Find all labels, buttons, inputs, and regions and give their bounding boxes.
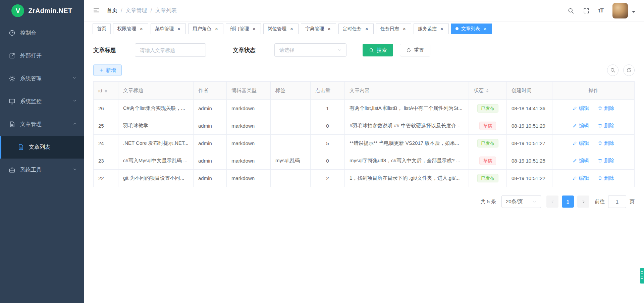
breadcrumb-article-mgmt[interactable]: 文章管理	[125, 7, 147, 14]
app-logo[interactable]: V ZrAdmin.NET	[0, 0, 84, 21]
pencil-icon	[573, 176, 577, 180]
cell-status: 草稿	[469, 117, 507, 135]
page-number-1[interactable]: 1	[562, 196, 574, 208]
sidebar-item-system-tools[interactable]: 系统工具	[0, 159, 84, 181]
sidebar-item-system-monitor[interactable]: 系统监控	[0, 90, 84, 113]
page-size-select[interactable]: 20条/页	[501, 195, 541, 208]
cell-created: 08-19 10:51:22	[507, 170, 552, 187]
col-created: 创建时间	[507, 82, 552, 100]
tab-permission-mgmt[interactable]: 权限管理 ×	[113, 24, 148, 34]
tab-dept-mgmt[interactable]: 部门管理 ×	[226, 24, 261, 34]
tab-label: 任务日志	[380, 26, 399, 32]
delete-link[interactable]: 删除	[598, 158, 614, 164]
tab-post-mgmt[interactable]: 岗位管理 ×	[263, 24, 299, 34]
sidebar-item-article-mgmt[interactable]: 文章管理	[0, 113, 84, 136]
tab-dict-mgmt[interactable]: 字典管理 ×	[301, 24, 336, 34]
delete-link[interactable]: 删除	[598, 140, 614, 146]
tab-menu-mgmt[interactable]: 菜单管理 ×	[151, 24, 186, 34]
close-icon[interactable]: ×	[327, 26, 332, 31]
edit-link[interactable]: 编辑	[573, 105, 589, 112]
tab-home[interactable]: 首页	[93, 24, 111, 34]
menu-fold-icon[interactable]	[93, 6, 100, 15]
prev-page-button[interactable]	[546, 196, 558, 208]
cell-clicks: 1	[311, 100, 345, 117]
caret-down-icon[interactable]	[632, 11, 635, 14]
cell-actions: 编辑 删除	[552, 100, 635, 117]
pagination-total: 共 5 条	[480, 199, 496, 205]
close-icon[interactable]: ×	[402, 26, 407, 31]
trash-icon	[598, 123, 602, 128]
sort-icon[interactable]	[105, 89, 107, 93]
close-icon[interactable]: ×	[214, 26, 219, 31]
navbar: 首页 / 文章管理 / 文章列表 tT	[84, 0, 644, 21]
sort-icon[interactable]	[486, 89, 489, 92]
external-link-icon	[9, 52, 15, 59]
delete-label: 删除	[604, 140, 614, 146]
edit-link[interactable]: 编辑	[573, 140, 589, 146]
close-icon[interactable]: ×	[439, 26, 444, 31]
next-page-button[interactable]	[577, 196, 589, 208]
delete-link[interactable]: 删除	[598, 105, 614, 112]
edit-link[interactable]: 编辑	[573, 175, 589, 181]
sidebar-item-label: 控制台	[20, 30, 36, 37]
fullscreen-icon[interactable]	[583, 7, 590, 14]
toggle-search-button[interactable]	[607, 64, 619, 76]
font-size-icon[interactable]: tT	[598, 7, 604, 14]
trash-icon	[598, 176, 602, 180]
article-status-select[interactable]: 请选择	[274, 43, 346, 57]
breadcrumb-separator: /	[121, 8, 122, 14]
table-tools	[607, 64, 635, 76]
article-title-input[interactable]	[135, 43, 206, 57]
goto-unit: 页	[630, 199, 635, 205]
cell-clicks: 2	[311, 170, 345, 187]
sidebar-item-dashboard[interactable]: 控制台	[0, 21, 84, 44]
delete-link[interactable]: 删除	[598, 123, 614, 129]
close-icon[interactable]: ×	[483, 26, 488, 31]
cell-created: 08-19 10:51:29	[507, 117, 552, 135]
goto-page-input[interactable]	[608, 195, 626, 208]
col-label: 状态	[474, 87, 484, 93]
edit-link[interactable]: 编辑	[573, 158, 589, 164]
close-icon[interactable]: ×	[139, 26, 144, 31]
tab-scheduled-tasks[interactable]: 定时任务 ×	[338, 24, 374, 34]
side-panel-handle[interactable]	[640, 268, 644, 284]
user-avatar[interactable]	[612, 3, 628, 18]
cell-clicks: 5	[311, 135, 345, 152]
add-button[interactable]: 新增	[93, 64, 122, 76]
delete-link[interactable]: 删除	[598, 175, 614, 181]
close-icon[interactable]: ×	[289, 26, 294, 31]
status-badge: 草稿	[479, 122, 496, 130]
breadcrumb-current: 文章列表	[155, 7, 177, 14]
pencil-icon	[573, 158, 577, 163]
app-title: ZrAdmin.NET	[28, 7, 72, 15]
col-label: id	[98, 88, 102, 93]
breadcrumb-home[interactable]: 首页	[107, 7, 117, 14]
cell-editor: markdown	[227, 170, 271, 187]
close-icon[interactable]: ×	[364, 26, 369, 31]
trash-icon	[598, 141, 602, 145]
edit-link[interactable]: 编辑	[573, 123, 589, 129]
sidebar-item-external-open[interactable]: 外部打开	[0, 44, 84, 67]
close-icon[interactable]: ×	[252, 26, 257, 31]
col-id[interactable]: id	[94, 82, 118, 100]
tab-task-logs[interactable]: 任务日志 ×	[376, 24, 411, 34]
sidebar-item-system-mgmt[interactable]: 系统管理	[0, 67, 84, 90]
close-icon[interactable]: ×	[176, 26, 181, 31]
tab-user-role[interactable]: 用户角色 ×	[188, 24, 223, 34]
search-button[interactable]: 搜索	[363, 44, 393, 56]
status-badge: 已发布	[477, 139, 498, 148]
tab-service-monitor[interactable]: 服务监控 ×	[414, 24, 449, 34]
cell-title: git 为不同的项目设置不同...	[118, 170, 194, 187]
cell-status: 已发布	[469, 135, 507, 152]
reset-button[interactable]: 重置	[400, 44, 430, 56]
refresh-table-button[interactable]	[623, 64, 635, 76]
edit-label: 编辑	[579, 158, 589, 164]
cell-tags: mysql,乱码	[271, 152, 311, 170]
cell-actions: 编辑 删除	[552, 135, 635, 152]
search-icon[interactable]	[568, 7, 574, 14]
sidebar-item-article-list[interactable]: 文章列表	[0, 136, 84, 159]
col-status[interactable]: 状态	[469, 82, 507, 100]
tab-article-list[interactable]: 文章列表 ×	[451, 24, 492, 34]
cell-id: 25	[94, 117, 118, 135]
col-editor-type: 编辑器类型	[227, 82, 271, 100]
